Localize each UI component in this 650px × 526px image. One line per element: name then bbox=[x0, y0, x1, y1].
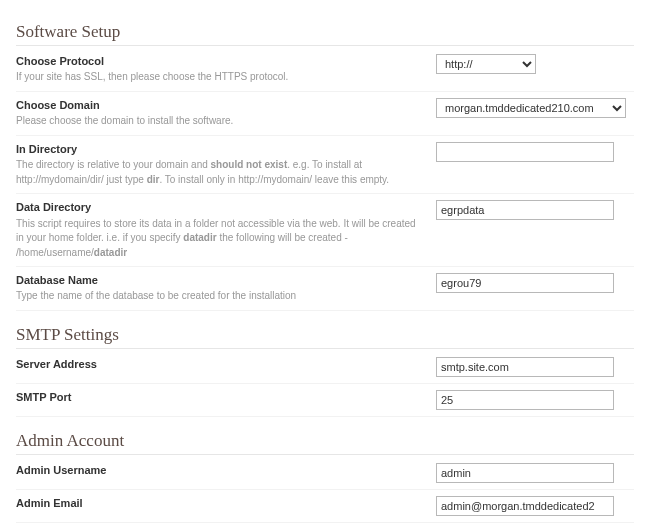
row-admin-email: Admin Email bbox=[16, 490, 634, 523]
input-datadir[interactable] bbox=[436, 200, 614, 220]
label-smtp-port: SMTP Port bbox=[16, 390, 424, 405]
label-protocol: Choose Protocol bbox=[16, 54, 424, 69]
row-domain: Choose Domain Please choose the domain t… bbox=[16, 92, 634, 136]
label-dbname: Database Name bbox=[16, 273, 424, 288]
row-admin-username: Admin Username bbox=[16, 457, 634, 490]
section-title-smtp: SMTP Settings bbox=[16, 325, 634, 349]
label-admin-username: Admin Username bbox=[16, 463, 424, 478]
help-datadir: This script requires to store its data i… bbox=[16, 217, 424, 261]
row-smtp-port: SMTP Port bbox=[16, 384, 634, 417]
input-directory[interactable] bbox=[436, 142, 614, 162]
row-smtp-server: Server Address bbox=[16, 351, 634, 384]
label-admin-email: Admin Email bbox=[16, 496, 424, 511]
row-dbname: Database Name Type the name of the datab… bbox=[16, 267, 634, 311]
help-protocol: If your site has SSL, then please choose… bbox=[16, 70, 424, 85]
input-admin-email[interactable] bbox=[436, 496, 614, 516]
input-smtp-port[interactable] bbox=[436, 390, 614, 410]
input-smtp-server[interactable] bbox=[436, 357, 614, 377]
help-directory: The directory is relative to your domain… bbox=[16, 158, 424, 187]
section-title-software-setup: Software Setup bbox=[16, 22, 634, 46]
row-datadir: Data Directory This script requires to s… bbox=[16, 194, 634, 267]
select-protocol[interactable]: http:// bbox=[436, 54, 536, 74]
label-domain: Choose Domain bbox=[16, 98, 424, 113]
label-directory: In Directory bbox=[16, 142, 424, 157]
row-directory: In Directory The directory is relative t… bbox=[16, 136, 634, 194]
section-title-admin: Admin Account bbox=[16, 431, 634, 455]
row-protocol: Choose Protocol If your site has SSL, th… bbox=[16, 48, 634, 92]
label-smtp-server: Server Address bbox=[16, 357, 424, 372]
label-datadir: Data Directory bbox=[16, 200, 424, 215]
select-domain[interactable]: morgan.tmddedicated210.com bbox=[436, 98, 626, 118]
help-dbname: Type the name of the database to be crea… bbox=[16, 289, 424, 304]
input-dbname[interactable] bbox=[436, 273, 614, 293]
input-admin-username[interactable] bbox=[436, 463, 614, 483]
help-domain: Please choose the domain to install the … bbox=[16, 114, 424, 129]
